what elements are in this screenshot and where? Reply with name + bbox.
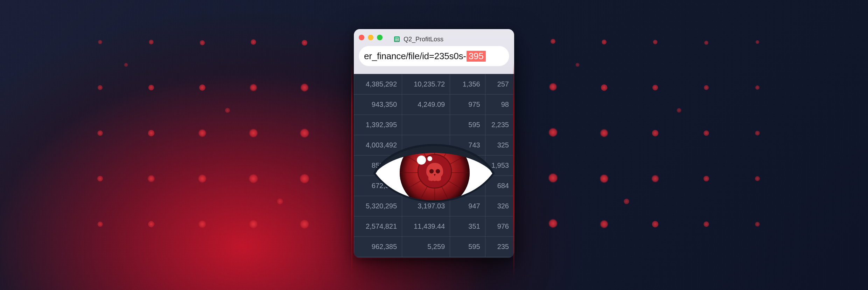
table-row: 943,3504,249.0997598: [354, 95, 514, 115]
cell[interactable]: 351: [450, 216, 485, 237]
bg-dot: [250, 220, 258, 228]
table-row: 5,320,2953,197.03947326: [354, 196, 514, 216]
bg-dot: [300, 129, 309, 137]
close-icon[interactable]: [359, 35, 364, 40]
bg-dot: [755, 131, 760, 135]
cell[interactable]: 257: [485, 74, 514, 95]
bg-dot: [148, 221, 154, 227]
bg-dot: [200, 40, 205, 46]
spreadsheet: 4,385,29210,235.721,356257943,3504,249.0…: [354, 74, 514, 258]
table-row: 850,2951,953: [354, 156, 514, 176]
bg-dot: [549, 174, 558, 182]
cell[interactable]: 98: [485, 95, 514, 115]
bg-dot: [704, 85, 709, 90]
bg-dot: [277, 199, 283, 205]
cell[interactable]: 5,320,295: [354, 196, 402, 216]
bg-dot: [249, 174, 258, 183]
cell[interactable]: 2,574,821: [354, 216, 402, 237]
bg-dot: [124, 63, 128, 67]
url-fragment: er_finance/file/id=235s0s-: [364, 51, 466, 61]
cell[interactable]: 962,385: [354, 237, 402, 257]
cell[interactable]: 6,292.5: [402, 176, 450, 196]
cell[interactable]: 743: [450, 135, 485, 156]
table-row: 2,574,82111,439.44351976: [354, 216, 514, 237]
url-text: er_finance/file/id=235s0s-395: [364, 51, 486, 62]
bg-dot: [704, 130, 709, 136]
accent-edge-right: [513, 63, 514, 279]
bg-dot: [149, 40, 153, 44]
data-table: 4,385,29210,235.721,356257943,3504,249.0…: [354, 74, 514, 257]
table-row: 962,3855,259595235: [354, 237, 514, 257]
zoom-icon[interactable]: [377, 35, 383, 40]
bg-dot: [600, 220, 608, 228]
cell[interactable]: 4,249.09: [402, 95, 450, 115]
url-row: er_finance/file/id=235s0s-395: [354, 46, 514, 71]
bg-dot: [300, 174, 309, 183]
bg-dot: [652, 85, 658, 90]
cell[interactable]: 2,235: [485, 115, 514, 135]
bg-dot: [199, 130, 206, 137]
bg-dot: [652, 221, 658, 227]
cell[interactable]: 325: [485, 135, 514, 156]
minimize-icon[interactable]: [368, 35, 373, 40]
url-bar[interactable]: er_finance/file/id=235s0s-395: [359, 46, 509, 66]
bg-dot: [755, 222, 760, 226]
cell[interactable]: [402, 156, 450, 176]
bg-dot: [199, 221, 206, 228]
bg-dot: [652, 130, 658, 136]
cell[interactable]: 11,439.44: [402, 216, 450, 237]
bg-dot: [755, 85, 760, 90]
cell[interactable]: 595: [450, 237, 485, 257]
cell[interactable]: 976: [485, 216, 514, 237]
cell[interactable]: 595: [450, 115, 485, 135]
bg-dot: [225, 108, 230, 113]
bg-dot: [600, 129, 608, 137]
bg-dot: [602, 40, 607, 44]
cell[interactable]: 326: [485, 196, 514, 216]
bg-dot: [98, 85, 103, 90]
bg-dot: [300, 220, 309, 228]
cell[interactable]: 947: [450, 196, 485, 216]
cell[interactable]: 5,259: [402, 237, 450, 257]
bg-dot: [251, 39, 256, 44]
bg-dot: [97, 176, 103, 181]
bg-dot: [549, 219, 557, 228]
bg-dot: [98, 40, 102, 44]
tab-title: Q2_ProfitLoss: [404, 36, 443, 43]
cell[interactable]: 4,003,492: [354, 135, 402, 156]
browser-window: Q2_ProfitLoss er_finance/file/id=235s0s-…: [354, 29, 514, 258]
cell[interactable]: [402, 135, 450, 156]
cell[interactable]: 684: [485, 176, 514, 196]
bg-dot: [250, 129, 258, 137]
bg-dot: [148, 130, 154, 136]
bg-dot: [97, 130, 103, 136]
bg-dot: [198, 175, 206, 182]
spreadsheet-icon: [394, 36, 400, 42]
cell[interactable]: 1,356: [450, 74, 485, 95]
cell[interactable]: 4,385,292: [354, 74, 402, 95]
bg-dot: [652, 175, 659, 182]
bg-dot: [199, 84, 205, 91]
tab-row: Q2_ProfitLoss: [354, 29, 514, 46]
cell[interactable]: 235: [485, 237, 514, 257]
cell[interactable]: [402, 115, 450, 135]
cell[interactable]: 943,350: [354, 95, 402, 115]
cell[interactable]: 1,248: [450, 176, 485, 196]
bg-dot: [755, 176, 760, 181]
cell[interactable]: 975: [450, 95, 485, 115]
browser-tab[interactable]: Q2_ProfitLoss: [389, 33, 453, 46]
cell[interactable]: 850,295: [354, 156, 402, 176]
bg-dot: [301, 84, 308, 91]
cell[interactable]: 1,953: [485, 156, 514, 176]
cell[interactable]: 672,382: [354, 176, 402, 196]
window-chrome: Q2_ProfitLoss er_finance/file/id=235s0s-…: [354, 29, 514, 74]
cell[interactable]: 3,197.03: [402, 196, 450, 216]
bg-dot: [601, 84, 607, 91]
bg-dot: [250, 84, 257, 91]
cell[interactable]: [450, 156, 485, 176]
bg-dot: [704, 41, 708, 45]
bg-dot: [624, 199, 629, 204]
bg-dot: [551, 39, 555, 44]
cell[interactable]: 1,392,395: [354, 115, 402, 135]
cell[interactable]: 10,235.72: [402, 74, 450, 95]
